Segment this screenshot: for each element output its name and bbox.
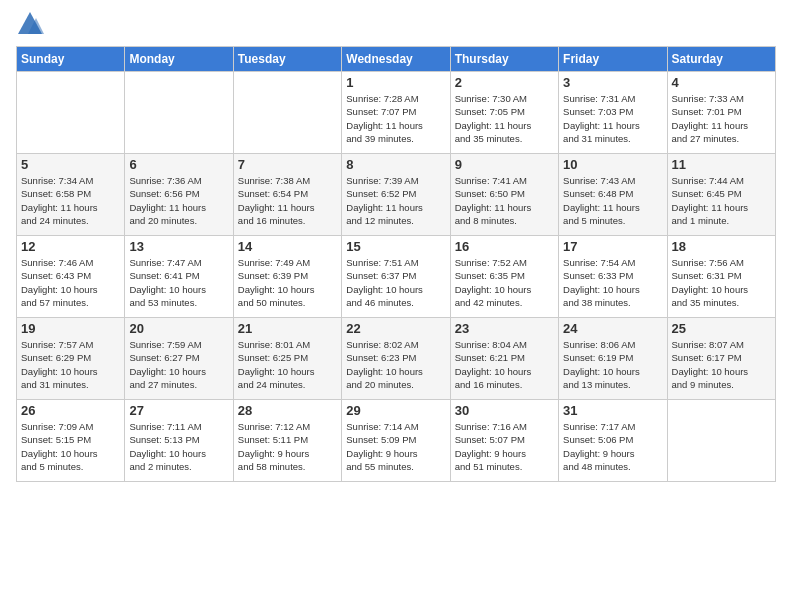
- day-cell-1-0: 5Sunrise: 7:34 AM Sunset: 6:58 PM Daylig…: [17, 154, 125, 236]
- day-number: 24: [563, 321, 662, 336]
- day-info: Sunrise: 7:28 AM Sunset: 7:07 PM Dayligh…: [346, 92, 445, 145]
- day-number: 12: [21, 239, 120, 254]
- day-info: Sunrise: 8:07 AM Sunset: 6:17 PM Dayligh…: [672, 338, 771, 391]
- day-info: Sunrise: 7:31 AM Sunset: 7:03 PM Dayligh…: [563, 92, 662, 145]
- col-header-monday: Monday: [125, 47, 233, 72]
- day-cell-3-0: 19Sunrise: 7:57 AM Sunset: 6:29 PM Dayli…: [17, 318, 125, 400]
- day-number: 27: [129, 403, 228, 418]
- day-cell-0-2: [233, 72, 341, 154]
- day-number: 16: [455, 239, 554, 254]
- day-info: Sunrise: 7:30 AM Sunset: 7:05 PM Dayligh…: [455, 92, 554, 145]
- day-info: Sunrise: 7:56 AM Sunset: 6:31 PM Dayligh…: [672, 256, 771, 309]
- day-number: 6: [129, 157, 228, 172]
- week-row-1: 5Sunrise: 7:34 AM Sunset: 6:58 PM Daylig…: [17, 154, 776, 236]
- day-number: 30: [455, 403, 554, 418]
- day-info: Sunrise: 7:57 AM Sunset: 6:29 PM Dayligh…: [21, 338, 120, 391]
- day-number: 22: [346, 321, 445, 336]
- day-info: Sunrise: 7:36 AM Sunset: 6:56 PM Dayligh…: [129, 174, 228, 227]
- day-info: Sunrise: 7:17 AM Sunset: 5:06 PM Dayligh…: [563, 420, 662, 473]
- day-info: Sunrise: 7:43 AM Sunset: 6:48 PM Dayligh…: [563, 174, 662, 227]
- day-number: 20: [129, 321, 228, 336]
- week-row-2: 12Sunrise: 7:46 AM Sunset: 6:43 PM Dayli…: [17, 236, 776, 318]
- day-info: Sunrise: 7:54 AM Sunset: 6:33 PM Dayligh…: [563, 256, 662, 309]
- day-cell-3-4: 23Sunrise: 8:04 AM Sunset: 6:21 PM Dayli…: [450, 318, 558, 400]
- day-info: Sunrise: 7:14 AM Sunset: 5:09 PM Dayligh…: [346, 420, 445, 473]
- day-cell-0-3: 1Sunrise: 7:28 AM Sunset: 7:07 PM Daylig…: [342, 72, 450, 154]
- day-number: 13: [129, 239, 228, 254]
- week-row-0: 1Sunrise: 7:28 AM Sunset: 7:07 PM Daylig…: [17, 72, 776, 154]
- day-info: Sunrise: 7:52 AM Sunset: 6:35 PM Dayligh…: [455, 256, 554, 309]
- day-info: Sunrise: 7:12 AM Sunset: 5:11 PM Dayligh…: [238, 420, 337, 473]
- col-header-friday: Friday: [559, 47, 667, 72]
- day-info: Sunrise: 7:39 AM Sunset: 6:52 PM Dayligh…: [346, 174, 445, 227]
- day-cell-2-4: 16Sunrise: 7:52 AM Sunset: 6:35 PM Dayli…: [450, 236, 558, 318]
- week-row-3: 19Sunrise: 7:57 AM Sunset: 6:29 PM Dayli…: [17, 318, 776, 400]
- day-info: Sunrise: 7:47 AM Sunset: 6:41 PM Dayligh…: [129, 256, 228, 309]
- day-info: Sunrise: 7:59 AM Sunset: 6:27 PM Dayligh…: [129, 338, 228, 391]
- day-cell-4-4: 30Sunrise: 7:16 AM Sunset: 5:07 PM Dayli…: [450, 400, 558, 482]
- col-header-sunday: Sunday: [17, 47, 125, 72]
- logo: [16, 10, 48, 38]
- header: [16, 10, 776, 38]
- day-number: 10: [563, 157, 662, 172]
- day-info: Sunrise: 7:11 AM Sunset: 5:13 PM Dayligh…: [129, 420, 228, 473]
- day-number: 1: [346, 75, 445, 90]
- day-number: 21: [238, 321, 337, 336]
- day-number: 7: [238, 157, 337, 172]
- day-cell-4-1: 27Sunrise: 7:11 AM Sunset: 5:13 PM Dayli…: [125, 400, 233, 482]
- day-info: Sunrise: 7:34 AM Sunset: 6:58 PM Dayligh…: [21, 174, 120, 227]
- day-info: Sunrise: 8:06 AM Sunset: 6:19 PM Dayligh…: [563, 338, 662, 391]
- col-header-tuesday: Tuesday: [233, 47, 341, 72]
- day-cell-4-5: 31Sunrise: 7:17 AM Sunset: 5:06 PM Dayli…: [559, 400, 667, 482]
- day-cell-4-2: 28Sunrise: 7:12 AM Sunset: 5:11 PM Dayli…: [233, 400, 341, 482]
- day-number: 29: [346, 403, 445, 418]
- col-header-thursday: Thursday: [450, 47, 558, 72]
- day-cell-0-0: [17, 72, 125, 154]
- day-cell-1-1: 6Sunrise: 7:36 AM Sunset: 6:56 PM Daylig…: [125, 154, 233, 236]
- day-cell-2-3: 15Sunrise: 7:51 AM Sunset: 6:37 PM Dayli…: [342, 236, 450, 318]
- day-number: 17: [563, 239, 662, 254]
- day-number: 2: [455, 75, 554, 90]
- day-cell-3-2: 21Sunrise: 8:01 AM Sunset: 6:25 PM Dayli…: [233, 318, 341, 400]
- day-info: Sunrise: 7:46 AM Sunset: 6:43 PM Dayligh…: [21, 256, 120, 309]
- day-cell-2-1: 13Sunrise: 7:47 AM Sunset: 6:41 PM Dayli…: [125, 236, 233, 318]
- day-number: 31: [563, 403, 662, 418]
- day-info: Sunrise: 8:02 AM Sunset: 6:23 PM Dayligh…: [346, 338, 445, 391]
- header-row: SundayMondayTuesdayWednesdayThursdayFrid…: [17, 47, 776, 72]
- day-number: 19: [21, 321, 120, 336]
- page: SundayMondayTuesdayWednesdayThursdayFrid…: [0, 0, 792, 612]
- day-info: Sunrise: 8:04 AM Sunset: 6:21 PM Dayligh…: [455, 338, 554, 391]
- day-number: 3: [563, 75, 662, 90]
- logo-icon: [16, 10, 44, 38]
- day-number: 23: [455, 321, 554, 336]
- day-cell-1-4: 9Sunrise: 7:41 AM Sunset: 6:50 PM Daylig…: [450, 154, 558, 236]
- day-cell-1-6: 11Sunrise: 7:44 AM Sunset: 6:45 PM Dayli…: [667, 154, 775, 236]
- day-info: Sunrise: 7:41 AM Sunset: 6:50 PM Dayligh…: [455, 174, 554, 227]
- day-cell-0-4: 2Sunrise: 7:30 AM Sunset: 7:05 PM Daylig…: [450, 72, 558, 154]
- day-cell-2-5: 17Sunrise: 7:54 AM Sunset: 6:33 PM Dayli…: [559, 236, 667, 318]
- day-number: 14: [238, 239, 337, 254]
- week-row-4: 26Sunrise: 7:09 AM Sunset: 5:15 PM Dayli…: [17, 400, 776, 482]
- day-cell-0-1: [125, 72, 233, 154]
- day-number: 26: [21, 403, 120, 418]
- calendar-table: SundayMondayTuesdayWednesdayThursdayFrid…: [16, 46, 776, 482]
- day-cell-0-6: 4Sunrise: 7:33 AM Sunset: 7:01 PM Daylig…: [667, 72, 775, 154]
- day-info: Sunrise: 7:33 AM Sunset: 7:01 PM Dayligh…: [672, 92, 771, 145]
- day-number: 11: [672, 157, 771, 172]
- day-number: 9: [455, 157, 554, 172]
- day-cell-3-5: 24Sunrise: 8:06 AM Sunset: 6:19 PM Dayli…: [559, 318, 667, 400]
- day-cell-2-6: 18Sunrise: 7:56 AM Sunset: 6:31 PM Dayli…: [667, 236, 775, 318]
- day-info: Sunrise: 7:51 AM Sunset: 6:37 PM Dayligh…: [346, 256, 445, 309]
- day-cell-1-5: 10Sunrise: 7:43 AM Sunset: 6:48 PM Dayli…: [559, 154, 667, 236]
- day-number: 8: [346, 157, 445, 172]
- day-cell-2-0: 12Sunrise: 7:46 AM Sunset: 6:43 PM Dayli…: [17, 236, 125, 318]
- day-cell-4-3: 29Sunrise: 7:14 AM Sunset: 5:09 PM Dayli…: [342, 400, 450, 482]
- day-info: Sunrise: 7:16 AM Sunset: 5:07 PM Dayligh…: [455, 420, 554, 473]
- col-header-wednesday: Wednesday: [342, 47, 450, 72]
- day-cell-2-2: 14Sunrise: 7:49 AM Sunset: 6:39 PM Dayli…: [233, 236, 341, 318]
- day-number: 4: [672, 75, 771, 90]
- day-info: Sunrise: 8:01 AM Sunset: 6:25 PM Dayligh…: [238, 338, 337, 391]
- day-cell-4-6: [667, 400, 775, 482]
- day-cell-3-6: 25Sunrise: 8:07 AM Sunset: 6:17 PM Dayli…: [667, 318, 775, 400]
- day-cell-0-5: 3Sunrise: 7:31 AM Sunset: 7:03 PM Daylig…: [559, 72, 667, 154]
